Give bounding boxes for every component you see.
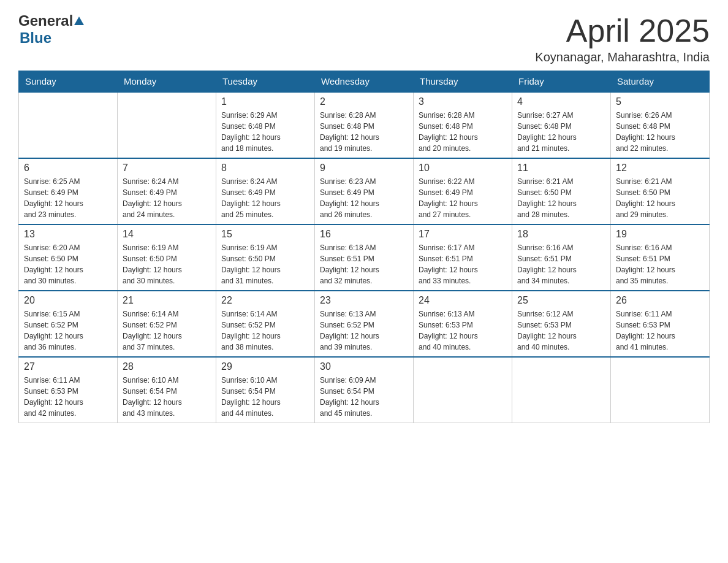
calendar-table: SundayMondayTuesdayWednesdayThursdayFrid…: [18, 71, 710, 423]
calendar-cell: 5Sunrise: 6:26 AM Sunset: 6:48 PM Daylig…: [611, 92, 710, 158]
day-number: 18: [517, 229, 605, 240]
calendar-cell: 24Sunrise: 6:13 AM Sunset: 6:53 PM Dayli…: [414, 291, 512, 357]
day-info: Sunrise: 6:24 AM Sunset: 6:49 PM Dayligh…: [123, 176, 211, 220]
calendar-cell: 16Sunrise: 6:18 AM Sunset: 6:51 PM Dayli…: [315, 224, 414, 291]
day-info: Sunrise: 6:24 AM Sunset: 6:49 PM Dayligh…: [221, 176, 309, 220]
day-number: 22: [221, 295, 309, 306]
day-info: Sunrise: 6:22 AM Sunset: 6:49 PM Dayligh…: [419, 176, 507, 220]
day-number: 24: [419, 295, 507, 306]
day-number: 2: [320, 96, 408, 107]
day-number: 21: [123, 295, 211, 306]
calendar-cell: 4Sunrise: 6:27 AM Sunset: 6:48 PM Daylig…: [512, 92, 611, 158]
day-info: Sunrise: 6:29 AM Sunset: 6:48 PM Dayligh…: [221, 110, 309, 154]
calendar-cell: 30Sunrise: 6:09 AM Sunset: 6:54 PM Dayli…: [315, 357, 414, 423]
day-info: Sunrise: 6:28 AM Sunset: 6:48 PM Dayligh…: [320, 110, 408, 154]
calendar-cell: 17Sunrise: 6:17 AM Sunset: 6:51 PM Dayli…: [414, 224, 512, 291]
day-info: Sunrise: 6:16 AM Sunset: 6:51 PM Dayligh…: [616, 242, 704, 286]
calendar-cell: 27Sunrise: 6:11 AM Sunset: 6:53 PM Dayli…: [19, 357, 118, 423]
day-number: 10: [419, 163, 507, 174]
calendar-week-4: 20Sunrise: 6:15 AM Sunset: 6:52 PM Dayli…: [19, 291, 710, 357]
day-info: Sunrise: 6:28 AM Sunset: 6:48 PM Dayligh…: [419, 110, 507, 154]
day-info: Sunrise: 6:19 AM Sunset: 6:50 PM Dayligh…: [221, 242, 309, 286]
calendar-cell: [414, 357, 512, 423]
day-number: 27: [24, 361, 112, 372]
day-info: Sunrise: 6:27 AM Sunset: 6:48 PM Dayligh…: [517, 110, 605, 154]
day-info: Sunrise: 6:09 AM Sunset: 6:54 PM Dayligh…: [320, 375, 408, 419]
day-info: Sunrise: 6:14 AM Sunset: 6:52 PM Dayligh…: [123, 308, 211, 353]
day-info: Sunrise: 6:19 AM Sunset: 6:50 PM Dayligh…: [123, 242, 211, 286]
day-number: 26: [616, 295, 704, 306]
calendar-cell: 8Sunrise: 6:24 AM Sunset: 6:49 PM Daylig…: [216, 158, 315, 224]
calendar-cell: 7Sunrise: 6:24 AM Sunset: 6:49 PM Daylig…: [118, 158, 216, 224]
calendar-week-1: 1Sunrise: 6:29 AM Sunset: 6:48 PM Daylig…: [19, 92, 710, 158]
day-info: Sunrise: 6:16 AM Sunset: 6:51 PM Dayligh…: [517, 242, 605, 286]
calendar-week-5: 27Sunrise: 6:11 AM Sunset: 6:53 PM Dayli…: [19, 357, 710, 423]
calendar-cell: 15Sunrise: 6:19 AM Sunset: 6:50 PM Dayli…: [216, 224, 315, 291]
day-info: Sunrise: 6:25 AM Sunset: 6:49 PM Dayligh…: [24, 176, 112, 220]
day-number: 15: [221, 229, 309, 240]
title-section: April 2025 Koynanagar, Maharashtra, Indi…: [535, 12, 710, 64]
calendar-header-friday: Friday: [512, 71, 611, 93]
day-number: 4: [517, 96, 605, 107]
calendar-header-row: SundayMondayTuesdayWednesdayThursdayFrid…: [19, 71, 710, 93]
calendar-header-monday: Monday: [118, 71, 216, 93]
calendar-cell: 1Sunrise: 6:29 AM Sunset: 6:48 PM Daylig…: [216, 92, 315, 158]
calendar-cell: 22Sunrise: 6:14 AM Sunset: 6:52 PM Dayli…: [216, 291, 315, 357]
calendar-cell: 19Sunrise: 6:16 AM Sunset: 6:51 PM Dayli…: [611, 224, 710, 291]
calendar-cell: 3Sunrise: 6:28 AM Sunset: 6:48 PM Daylig…: [414, 92, 512, 158]
day-number: 3: [419, 96, 507, 107]
calendar-cell: 18Sunrise: 6:16 AM Sunset: 6:51 PM Dayli…: [512, 224, 611, 291]
day-number: 25: [517, 295, 605, 306]
day-number: 9: [320, 163, 408, 174]
day-number: 12: [616, 163, 704, 174]
calendar-cell: 23Sunrise: 6:13 AM Sunset: 6:52 PM Dayli…: [315, 291, 414, 357]
calendar-cell: 10Sunrise: 6:22 AM Sunset: 6:49 PM Dayli…: [414, 158, 512, 224]
day-info: Sunrise: 6:13 AM Sunset: 6:52 PM Dayligh…: [320, 308, 408, 353]
calendar-cell: 28Sunrise: 6:10 AM Sunset: 6:54 PM Dayli…: [118, 357, 216, 423]
location: Koynanagar, Maharashtra, India: [535, 50, 710, 64]
calendar-week-2: 6Sunrise: 6:25 AM Sunset: 6:49 PM Daylig…: [19, 158, 710, 224]
day-info: Sunrise: 6:10 AM Sunset: 6:54 PM Dayligh…: [123, 375, 211, 419]
day-number: 7: [123, 163, 211, 174]
calendar-header-saturday: Saturday: [611, 71, 710, 93]
day-number: 16: [320, 229, 408, 240]
calendar-cell: [118, 92, 216, 158]
day-number: 19: [616, 229, 704, 240]
day-info: Sunrise: 6:18 AM Sunset: 6:51 PM Dayligh…: [320, 242, 408, 286]
day-info: Sunrise: 6:11 AM Sunset: 6:53 PM Dayligh…: [24, 375, 112, 419]
day-number: 13: [24, 229, 112, 240]
logo: General Blue: [18, 12, 85, 47]
day-number: 17: [419, 229, 507, 240]
calendar-cell: 9Sunrise: 6:23 AM Sunset: 6:49 PM Daylig…: [315, 158, 414, 224]
day-number: 5: [616, 96, 704, 107]
calendar-cell: 2Sunrise: 6:28 AM Sunset: 6:48 PM Daylig…: [315, 92, 414, 158]
day-number: 11: [517, 163, 605, 174]
calendar-cell: [611, 357, 710, 423]
calendar-cell: 21Sunrise: 6:14 AM Sunset: 6:52 PM Dayli…: [118, 291, 216, 357]
day-info: Sunrise: 6:21 AM Sunset: 6:50 PM Dayligh…: [517, 176, 605, 220]
day-info: Sunrise: 6:26 AM Sunset: 6:48 PM Dayligh…: [616, 110, 704, 154]
day-info: Sunrise: 6:14 AM Sunset: 6:52 PM Dayligh…: [221, 308, 309, 353]
month-title: April 2025: [535, 12, 710, 49]
calendar-cell: [19, 92, 118, 158]
day-number: 1: [221, 96, 309, 107]
calendar-header-tuesday: Tuesday: [216, 71, 315, 93]
calendar-cell: 29Sunrise: 6:10 AM Sunset: 6:54 PM Dayli…: [216, 357, 315, 423]
calendar-header-wednesday: Wednesday: [315, 71, 414, 93]
day-number: 14: [123, 229, 211, 240]
day-number: 23: [320, 295, 408, 306]
calendar-week-3: 13Sunrise: 6:20 AM Sunset: 6:50 PM Dayli…: [19, 224, 710, 291]
day-info: Sunrise: 6:10 AM Sunset: 6:54 PM Dayligh…: [221, 375, 309, 419]
calendar-cell: 13Sunrise: 6:20 AM Sunset: 6:50 PM Dayli…: [19, 224, 118, 291]
day-info: Sunrise: 6:15 AM Sunset: 6:52 PM Dayligh…: [24, 308, 112, 353]
logo-general: General: [18, 12, 73, 29]
day-info: Sunrise: 6:17 AM Sunset: 6:51 PM Dayligh…: [419, 242, 507, 286]
day-info: Sunrise: 6:21 AM Sunset: 6:50 PM Dayligh…: [616, 176, 704, 220]
calendar-cell: 26Sunrise: 6:11 AM Sunset: 6:53 PM Dayli…: [611, 291, 710, 357]
day-info: Sunrise: 6:12 AM Sunset: 6:53 PM Dayligh…: [517, 308, 605, 353]
day-number: 8: [221, 163, 309, 174]
calendar-cell: 20Sunrise: 6:15 AM Sunset: 6:52 PM Dayli…: [19, 291, 118, 357]
logo-text: General: [18, 12, 85, 29]
day-number: 20: [24, 295, 112, 306]
logo-triangle-icon: [74, 17, 84, 25]
